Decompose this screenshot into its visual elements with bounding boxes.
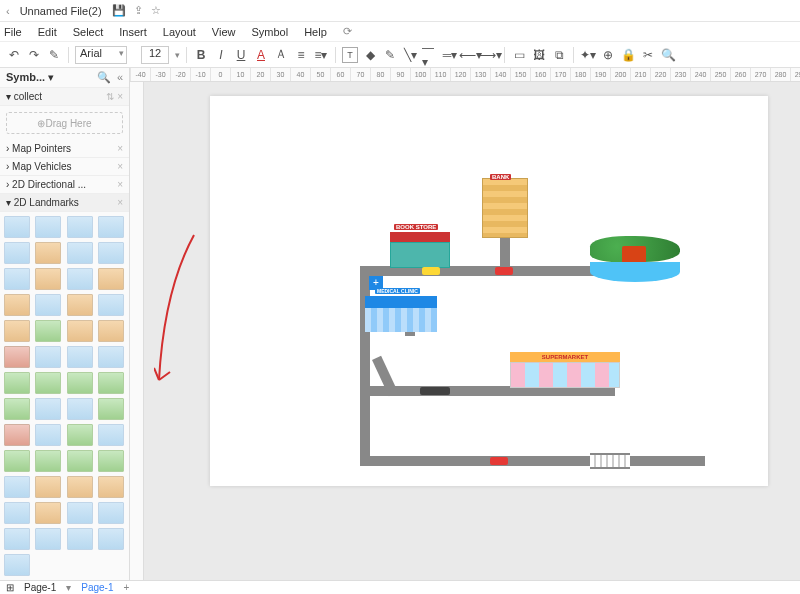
menu-view[interactable]: View (212, 26, 236, 38)
underline-button[interactable]: U (233, 47, 249, 63)
collect-label[interactable]: collect (14, 91, 42, 102)
car-yellow[interactable] (422, 267, 440, 275)
landmark-symbol[interactable] (67, 346, 93, 368)
page-tab[interactable]: Page-1 (81, 582, 113, 593)
cat-2d-directional[interactable]: › 2D Directional ...× (0, 176, 129, 194)
landmark-symbol[interactable] (4, 216, 30, 238)
panel-search-icon[interactable]: 🔍 (97, 71, 111, 84)
landmark-symbol[interactable] (4, 372, 30, 394)
lock-button[interactable]: 🔒 (620, 47, 636, 63)
landmark-symbol[interactable] (67, 450, 93, 472)
collect-close-icon[interactable]: × (117, 91, 123, 102)
page[interactable]: BANK BOOK STORE + MEDICAL CLINIC SUPERMA… (210, 96, 768, 486)
italic-button[interactable]: I (213, 47, 229, 63)
road[interactable] (365, 456, 705, 466)
menu-select[interactable]: Select (73, 26, 104, 38)
landmark-symbol[interactable] (35, 372, 61, 394)
share-icon[interactable]: ⇪ (134, 4, 143, 17)
medical-building[interactable]: + MEDICAL CLINIC (365, 284, 437, 332)
arrange-button[interactable]: ⧉ (551, 47, 567, 63)
landmark-symbol[interactable] (4, 268, 30, 290)
line-spacing-button[interactable]: ≡ (293, 47, 309, 63)
menu-edit[interactable]: Edit (38, 26, 57, 38)
landmark-symbol[interactable] (4, 450, 30, 472)
landmark-symbol[interactable] (4, 476, 30, 498)
shape-button[interactable]: ▭ (511, 47, 527, 63)
image-button[interactable]: 🖼 (531, 47, 547, 63)
landmark-symbol[interactable] (35, 294, 61, 316)
connect-button[interactable]: ⊕ (600, 47, 616, 63)
landmark-symbol[interactable] (98, 294, 124, 316)
landmark-symbol[interactable] (35, 320, 61, 342)
landmark-symbol[interactable] (98, 216, 124, 238)
car-black[interactable] (420, 387, 450, 395)
cat-map-vehicles[interactable]: › Map Vehicles× (0, 158, 129, 176)
add-page-button[interactable]: + (124, 582, 130, 593)
landmark-symbol[interactable] (35, 216, 61, 238)
landmark-symbol[interactable] (35, 424, 61, 446)
align-button[interactable]: ≡▾ (313, 47, 329, 63)
bank-building[interactable]: BANK (482, 178, 528, 238)
landmark-symbol[interactable] (35, 242, 61, 264)
clear-format-button[interactable]: Ａ (273, 47, 289, 63)
supermarket-building[interactable]: SUPERMARKET (510, 352, 620, 388)
bookstore-building[interactable]: BOOK STORE (390, 224, 450, 268)
landmark-symbol[interactable] (67, 294, 93, 316)
landmark-symbol[interactable] (4, 320, 30, 342)
star-icon[interactable]: ☆ (151, 4, 161, 17)
landmark-symbol[interactable] (98, 476, 124, 498)
landmark-symbol[interactable] (98, 450, 124, 472)
line-tool-button[interactable]: ╲▾ (402, 47, 418, 63)
landmark-symbol[interactable] (35, 528, 61, 550)
landmark-symbol[interactable] (98, 346, 124, 368)
text-tool-button[interactable]: T (342, 47, 358, 63)
landmark-symbol[interactable] (4, 294, 30, 316)
landmark-symbol[interactable] (98, 242, 124, 264)
canvas[interactable]: BANK BOOK STORE + MEDICAL CLINIC SUPERMA… (144, 82, 800, 580)
menu-layout[interactable]: Layout (163, 26, 196, 38)
landmark-symbol[interactable] (67, 242, 93, 264)
bridge[interactable] (590, 453, 630, 469)
cat-2d-landmarks[interactable]: ▾ 2D Landmarks× (0, 194, 129, 212)
landmark-symbol[interactable] (35, 346, 61, 368)
park[interactable] (590, 236, 680, 282)
landmark-symbol[interactable] (98, 424, 124, 446)
landmark-symbol[interactable] (35, 398, 61, 420)
landmark-symbol[interactable] (67, 268, 93, 290)
search-button[interactable]: 🔍 (660, 47, 676, 63)
fill-button[interactable]: ◆ (362, 47, 378, 63)
menu-symbol[interactable]: Symbol (251, 26, 288, 38)
font-family-select[interactable]: Arial (75, 46, 127, 64)
landmark-symbol[interactable] (35, 502, 61, 524)
landmark-symbol[interactable] (67, 372, 93, 394)
landmark-symbol[interactable] (67, 424, 93, 446)
undo-button[interactable]: ↶ (6, 47, 22, 63)
landmark-symbol[interactable] (67, 216, 93, 238)
save-icon[interactable]: 💾 (112, 4, 126, 17)
line-weight-button[interactable]: ═▾ (442, 47, 458, 63)
landmark-symbol[interactable] (98, 502, 124, 524)
sort-icon[interactable]: ⇅ (106, 91, 114, 102)
landmark-symbol[interactable] (98, 320, 124, 342)
landmark-symbol[interactable] (98, 528, 124, 550)
car-red[interactable] (495, 267, 513, 275)
landmark-symbol[interactable] (35, 476, 61, 498)
landmark-symbol[interactable] (98, 398, 124, 420)
landmark-symbol[interactable] (35, 450, 61, 472)
line-style-button[interactable]: —▾ (422, 47, 438, 63)
cat-map-pointers[interactable]: › Map Pointers× (0, 140, 129, 158)
panel-collapse-icon[interactable]: « (117, 71, 123, 84)
landmark-symbol[interactable] (4, 398, 30, 420)
landmark-symbol[interactable] (4, 528, 30, 550)
redo-button[interactable]: ↷ (26, 47, 42, 63)
back-button[interactable]: ‹ (6, 5, 10, 17)
landmark-symbol[interactable] (98, 372, 124, 394)
landmark-symbol[interactable] (98, 268, 124, 290)
landmark-symbol[interactable] (4, 424, 30, 446)
landmark-symbol[interactable] (4, 242, 30, 264)
landmark-symbol[interactable] (67, 502, 93, 524)
font-size-select[interactable]: 12 (141, 46, 169, 64)
bold-button[interactable]: B (193, 47, 209, 63)
menu-refresh-icon[interactable]: ⟳ (343, 25, 352, 38)
font-color-button[interactable]: A (253, 47, 269, 63)
